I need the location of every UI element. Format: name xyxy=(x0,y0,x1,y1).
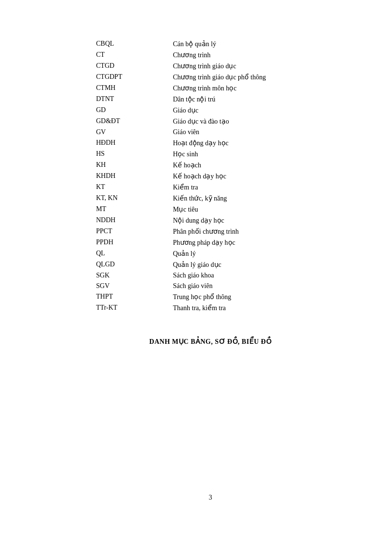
table-row: NDDHNội dung dạy học xyxy=(96,215,325,226)
abbr-code: CTMH xyxy=(96,83,173,94)
abbr-meaning: Nội dung dạy học xyxy=(173,215,325,226)
table-row: CTChương trình xyxy=(96,50,325,61)
abbr-code: KH xyxy=(96,160,173,171)
table-row: SGKSách giáo khoa xyxy=(96,270,325,281)
abbr-code: SGK xyxy=(96,270,173,281)
table-row: QLQuản lý xyxy=(96,248,325,259)
page-number: 3 xyxy=(96,484,325,502)
abbr-meaning: Quản lý giáo dục xyxy=(173,259,325,270)
abbr-code: GD&ĐT xyxy=(96,116,173,127)
abbr-code: QL xyxy=(96,248,173,259)
table-row: MTMục tiêu xyxy=(96,204,325,215)
abbr-meaning: Mục tiêu xyxy=(173,204,325,215)
table-row: CBQLCán bộ quản lý xyxy=(96,38,325,50)
table-row: THPTTrung học phổ thông xyxy=(96,291,325,302)
abbr-meaning: Phương pháp dạy học xyxy=(173,237,325,248)
abbr-meaning: Sách giáo viên xyxy=(173,281,325,291)
abbr-meaning: Học sinh xyxy=(173,149,325,160)
abbr-meaning: Giáo dục và đào tạo xyxy=(173,116,325,127)
abbr-code: TTr-KT xyxy=(96,302,173,314)
table-row: HĐDHHoạt động dạy học xyxy=(96,138,325,149)
table-row: DTNTDân tộc nội trú xyxy=(96,94,325,105)
abbr-meaning: Kế hoạch xyxy=(173,160,325,171)
table-row: GD&ĐTGiáo dục và đào tạo xyxy=(96,116,325,127)
abbr-meaning: Quản lý xyxy=(173,248,325,259)
abbr-code: NDDH xyxy=(96,215,173,226)
table-row: SGVSách giáo viên xyxy=(96,281,325,291)
abbr-code: KT xyxy=(96,182,173,193)
abbr-meaning: Cán bộ quản lý xyxy=(173,38,325,50)
abbr-meaning: Giáo viên xyxy=(173,127,325,138)
abbr-code: CBQL xyxy=(96,38,173,50)
abbr-code: PPDH xyxy=(96,237,173,248)
abbr-meaning: Chương trình giáo dục phổ thông xyxy=(173,72,325,83)
table-row: PPCTPhân phối chương trình xyxy=(96,226,325,237)
table-row: CTMHChương trình môn học xyxy=(96,83,325,94)
abbr-meaning: Kiểm tra xyxy=(173,182,325,193)
abbr-code: QLGD xyxy=(96,259,173,270)
abbr-meaning: Chương trình giáo dục xyxy=(173,61,325,72)
abbr-meaning: Kiến thức, kỹ năng xyxy=(173,193,325,204)
table-row: TTr-KTThanh tra, kiểm tra xyxy=(96,302,325,314)
abbr-code: MT xyxy=(96,204,173,215)
section-title: DANH MỤC BẢNG, SƠ ĐỒ, BIỂU ĐỒ xyxy=(96,338,325,346)
abbr-meaning: Chương trình xyxy=(173,50,325,61)
table-row: KHKế hoạch xyxy=(96,160,325,171)
page: CBQLCán bộ quản lýCTChương trìnhCTGDChươ… xyxy=(0,0,392,540)
abbr-meaning: Trung học phổ thông xyxy=(173,291,325,302)
abbr-code: SGV xyxy=(96,281,173,291)
abbr-meaning: Dân tộc nội trú xyxy=(173,94,325,105)
abbr-code: HS xyxy=(96,149,173,160)
abbr-meaning: Chương trình môn học xyxy=(173,83,325,94)
abbr-meaning: Kế hoạch dạy học xyxy=(173,171,325,182)
table-row: KHDHKế hoạch dạy học xyxy=(96,171,325,182)
abbr-code: GV xyxy=(96,127,173,138)
table-row: QLGDQuản lý giáo dục xyxy=(96,259,325,270)
abbreviation-table: CBQLCán bộ quản lýCTChương trìnhCTGDChươ… xyxy=(96,38,325,314)
abbr-code: KHDH xyxy=(96,171,173,182)
table-row: CTGDPTChương trình giáo dục phổ thông xyxy=(96,72,325,83)
table-row: KT, KNKiến thức, kỹ năng xyxy=(96,193,325,204)
table-row: GVGiáo viên xyxy=(96,127,325,138)
abbr-meaning: Thanh tra, kiểm tra xyxy=(173,302,325,314)
abbr-code: GD xyxy=(96,105,173,116)
abbr-meaning: Sách giáo khoa xyxy=(173,270,325,281)
abbr-code: CTGDPT xyxy=(96,72,173,83)
table-row: PPDHPhương pháp dạy học xyxy=(96,237,325,248)
table-row: HSHọc sinh xyxy=(96,149,325,160)
table-row: GDGiáo dục xyxy=(96,105,325,116)
abbr-meaning: Phân phối chương trình xyxy=(173,226,325,237)
abbr-meaning: Giáo dục xyxy=(173,105,325,116)
abbr-code: HĐDH xyxy=(96,138,173,149)
abbr-code: THPT xyxy=(96,291,173,302)
table-row: KTKiểm tra xyxy=(96,182,325,193)
abbr-code: DTNT xyxy=(96,94,173,105)
abbr-code: CTGD xyxy=(96,61,173,72)
abbr-code: KT, KN xyxy=(96,193,173,204)
abbr-meaning: Hoạt động dạy học xyxy=(173,138,325,149)
abbr-code: PPCT xyxy=(96,226,173,237)
table-row: CTGDChương trình giáo dục xyxy=(96,61,325,72)
abbr-code: CT xyxy=(96,50,173,61)
